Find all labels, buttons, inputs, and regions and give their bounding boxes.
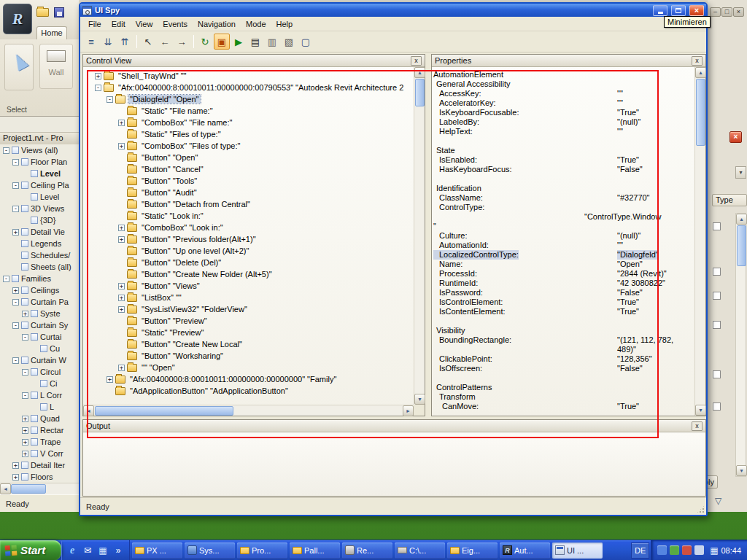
scroll-left-button[interactable]: ◄ bbox=[83, 405, 94, 416]
expand-toggle-icon[interactable]: + bbox=[95, 73, 101, 79]
revit-properties-scrollbar[interactable]: ▲ ▼ bbox=[735, 213, 746, 477]
open-file-icon[interactable] bbox=[36, 8, 49, 17]
nav-parent-icon[interactable]: ↖ bbox=[140, 34, 156, 50]
browser-tree-item[interactable]: Cu bbox=[0, 343, 79, 354]
property-row[interactable]: AccessKey:"" bbox=[433, 89, 694, 98]
show-desktop-icon[interactable]: ▦ bbox=[97, 545, 109, 556]
property-row[interactable]: CanMove:"True" bbox=[433, 402, 694, 411]
update-icon[interactable] bbox=[682, 545, 692, 555]
control-view-tree-item[interactable]: +"Button" "Views" bbox=[83, 280, 414, 292]
menu-item-help[interactable]: Help bbox=[271, 18, 298, 30]
uispy-titlebar[interactable]: UI Spy × bbox=[80, 4, 706, 17]
internet-explorer-icon[interactable]: e bbox=[66, 545, 78, 556]
browser-tree-item[interactable]: +Detail Vie bbox=[0, 226, 79, 238]
revit-application-button[interactable]: R bbox=[3, 4, 32, 34]
property-row[interactable]: 489)" bbox=[433, 345, 694, 354]
taskbar-button[interactable]: PX ... bbox=[132, 542, 182, 559]
security-shield-icon[interactable] bbox=[670, 545, 679, 555]
expand-all-icon[interactable]: ⇊ bbox=[100, 34, 116, 50]
taskbar-button[interactable]: Pro... bbox=[237, 542, 287, 559]
property-row[interactable]: IsOffscreen:"False" bbox=[433, 364, 694, 373]
control-view-tree-item[interactable]: "Static" "File name:" bbox=[83, 105, 414, 117]
project-browser-hscrollbar[interactable]: ◄ bbox=[0, 483, 79, 494]
expand-toggle-icon[interactable]: + bbox=[118, 365, 125, 371]
expand-toggle-icon[interactable]: + bbox=[22, 427, 28, 434]
property-row[interactable]: LocalizedControlType:"Dialogfeld" bbox=[433, 250, 694, 260]
control-view-tree-item[interactable]: "AdApplicationButton" "AdApplicationButt… bbox=[83, 385, 414, 397]
checkbox-fragment[interactable] bbox=[713, 321, 721, 329]
volume-icon[interactable] bbox=[694, 545, 704, 555]
property-row[interactable]: AutomationElement bbox=[433, 70, 694, 79]
property-row[interactable]: AcceleratorKey:"" bbox=[433, 98, 694, 108]
property-row[interactable]: IsKeyboardFocusable:"True" bbox=[433, 108, 694, 117]
scroll-right-button[interactable]: ► bbox=[403, 405, 414, 416]
scroll-up-button[interactable]: ▲ bbox=[414, 67, 425, 78]
clock[interactable]: ▦ 08:44 bbox=[707, 545, 741, 556]
scroll-down-button[interactable]: ▼ bbox=[736, 465, 747, 476]
property-row[interactable]: HelpText:"" bbox=[433, 127, 694, 136]
property-row[interactable]: Name:"Open" bbox=[433, 260, 694, 269]
scroll-thumb[interactable] bbox=[696, 79, 705, 146]
browser-tree-item[interactable]: +Detail Iter bbox=[0, 459, 79, 471]
expand-toggle-icon[interactable]: + bbox=[118, 236, 125, 243]
property-row[interactable]: LabeledBy:"(null)" bbox=[433, 117, 694, 127]
new-window-icon[interactable]: ▢ bbox=[298, 34, 314, 50]
expand-toggle-icon[interactable]: - bbox=[12, 159, 19, 166]
control-view-tree-item[interactable]: +"Afx:00400000:8:00010011:00000000:00000… bbox=[83, 373, 414, 385]
taskbar-button[interactable]: RAut... bbox=[500, 542, 550, 559]
property-row[interactable]: State bbox=[433, 146, 694, 155]
control-view-tree-item[interactable]: +"ComboBox" "Files of type:" bbox=[83, 140, 414, 152]
expand-toggle-icon[interactable]: + bbox=[118, 283, 125, 289]
expand-toggle-icon[interactable]: - bbox=[95, 85, 101, 91]
panel-close-button[interactable]: x bbox=[692, 421, 703, 431]
browser-tree-item[interactable]: -Ceiling Pla bbox=[0, 179, 79, 191]
browser-tree-item[interactable]: -Views (all) bbox=[0, 144, 79, 156]
property-row[interactable]: "ControlType.Window bbox=[433, 212, 694, 222]
browser-tree-item[interactable]: +Trape bbox=[0, 436, 79, 448]
control-view-tree-item[interactable]: +"ComboBox" "Look in:" bbox=[83, 222, 414, 233]
browser-tree-item[interactable]: Legends bbox=[0, 238, 79, 249]
modify-tool-button[interactable] bbox=[4, 44, 34, 90]
start-listening-icon[interactable]: ▶ bbox=[231, 34, 247, 50]
expand-toggle-icon[interactable]: + bbox=[107, 376, 113, 383]
checkbox-fragment[interactable] bbox=[713, 222, 721, 230]
control-view-tree-item[interactable]: "Button" "Open" bbox=[83, 152, 414, 163]
menu-item-view[interactable]: View bbox=[131, 18, 158, 30]
language-indicator[interactable]: DE bbox=[631, 542, 649, 559]
taskbar-button[interactable]: C:\... bbox=[395, 542, 445, 559]
property-row[interactable]: " bbox=[433, 222, 694, 231]
combo-dropdown-icon[interactable]: ▾ bbox=[735, 166, 746, 179]
start-button[interactable]: Start bbox=[0, 540, 61, 560]
control-view-tree-item[interactable]: +"Button" "Previous folder(Alt+1)" bbox=[83, 233, 414, 245]
network-status-icon[interactable] bbox=[657, 545, 667, 555]
menu-item-edit[interactable]: Edit bbox=[107, 18, 131, 30]
dialog-close-button[interactable]: × bbox=[729, 131, 742, 143]
scroll-thumb[interactable] bbox=[415, 79, 425, 106]
control-view-tree-item[interactable]: "Button" "Tools" bbox=[83, 175, 414, 187]
expand-toggle-icon[interactable]: - bbox=[12, 182, 19, 189]
control-view-tree-item[interactable]: +"SysListView32" "FolderView" bbox=[83, 303, 414, 315]
property-row[interactable]: IsEnabled:"True" bbox=[433, 155, 694, 165]
checkbox-fragment[interactable] bbox=[713, 370, 721, 378]
taskbar-button[interactable]: Re... bbox=[342, 542, 392, 559]
expand-toggle-icon[interactable]: + bbox=[22, 416, 28, 422]
save-icon[interactable] bbox=[54, 7, 64, 18]
panel-close-button[interactable]: x bbox=[692, 56, 703, 66]
control-view-tree-item[interactable]: +"ListBox" "" bbox=[83, 292, 414, 303]
control-view-tree-item[interactable]: +"" "Open" bbox=[83, 362, 414, 373]
control-view-tree-item[interactable]: "Button" "Audit" bbox=[83, 187, 414, 198]
browser-tree-item[interactable]: Level bbox=[0, 168, 79, 179]
quick-launch-overflow[interactable]: » bbox=[112, 545, 124, 556]
scroll-thumb[interactable] bbox=[11, 484, 46, 494]
expand-toggle-icon[interactable]: - bbox=[107, 96, 113, 103]
expand-toggle-icon[interactable]: + bbox=[118, 225, 125, 231]
browser-tree-item[interactable]: -Circul bbox=[0, 366, 79, 378]
property-row[interactable]: HasKeyboardFocus:"False" bbox=[433, 165, 694, 174]
property-row[interactable]: Culture:"(null)" bbox=[433, 231, 694, 241]
browser-tree-item[interactable]: +V Corr bbox=[0, 448, 79, 459]
control-view-tree-item[interactable]: "Button" "Delete (Del)" bbox=[83, 257, 414, 268]
browser-tree-item[interactable]: Sheets (all) bbox=[0, 261, 79, 273]
browser-tree-item[interactable]: -3D Views bbox=[0, 203, 79, 214]
browser-tree-item[interactable]: +Rectar bbox=[0, 424, 79, 436]
control-view-tree-item[interactable]: "Button" "Create New Local" bbox=[83, 338, 414, 350]
